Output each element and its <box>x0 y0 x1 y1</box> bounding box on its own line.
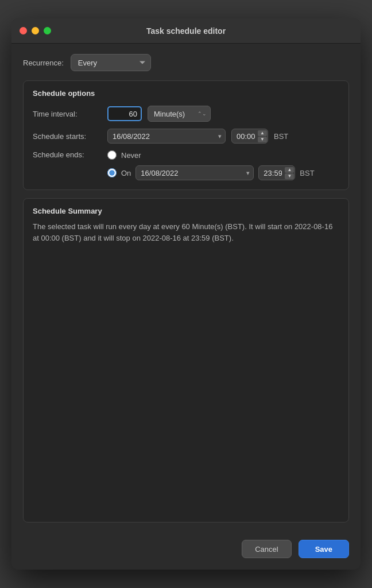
ends-on-label: On <box>121 169 131 177</box>
time-interval-label: Time interval: <box>33 110 102 118</box>
starts-date-input[interactable] <box>107 129 226 144</box>
window-controls <box>20 27 51 34</box>
unit-select-wrapper: Second(s) Minute(s) Hour(s) Day(s) <box>148 106 211 122</box>
schedule-ends-label: Schedule ends: <box>33 150 102 159</box>
close-button[interactable] <box>20 27 27 34</box>
schedule-options-card: Schedule options Time interval: Second(s… <box>23 80 349 190</box>
ends-time-wrapper: ▲ ▼ <box>258 165 295 180</box>
recurrence-label: Recurrence: <box>23 59 64 67</box>
cancel-button[interactable]: Cancel <box>242 540 291 558</box>
ends-time-spinner: ▲ ▼ <box>285 167 294 179</box>
schedule-starts-label: Schedule starts: <box>33 132 102 141</box>
maximize-button[interactable] <box>44 27 51 34</box>
footer: Cancel Save <box>11 532 361 570</box>
schedule-ends-row: Schedule ends: Never On <box>33 150 339 180</box>
main-content: Recurrence: Every Once Daily Weekly Mont… <box>11 44 361 532</box>
ends-time-up[interactable]: ▲ <box>285 167 294 173</box>
schedule-summary-text: The selected task will run every day at … <box>33 221 339 244</box>
ends-options: Never On ▲ ▼ <box>107 150 315 180</box>
minimize-button[interactable] <box>32 27 39 34</box>
recurrence-select-wrapper: Every Once Daily Weekly Monthly <box>71 54 151 71</box>
starts-time-spinner: ▲ ▼ <box>258 130 267 142</box>
starts-date-wrapper <box>107 129 226 144</box>
recurrence-select[interactable]: Every Once Daily Weekly Monthly <box>71 54 151 71</box>
ends-date-input[interactable] <box>135 165 254 180</box>
ends-date-wrapper <box>135 165 254 180</box>
window-title: Task schedule editor <box>146 26 226 36</box>
time-interval-input[interactable] <box>107 106 142 121</box>
schedule-summary-title: Schedule Summary <box>33 207 339 215</box>
time-interval-row: Time interval: Second(s) Minute(s) Hour(… <box>33 106 339 122</box>
schedule-summary-card: Schedule Summary The selected task will … <box>23 198 349 523</box>
ends-on-radio[interactable] <box>107 168 117 177</box>
ends-time-down[interactable]: ▼ <box>285 173 294 179</box>
ends-never-label: Never <box>121 151 141 160</box>
ends-never-radio[interactable] <box>107 150 117 160</box>
recurrence-row: Recurrence: Every Once Daily Weekly Mont… <box>23 54 349 71</box>
titlebar: Task schedule editor <box>11 18 361 44</box>
ends-never-row: Never <box>107 150 315 160</box>
starts-time-wrapper: ▲ ▼ <box>231 129 268 144</box>
save-button[interactable]: Save <box>299 540 349 558</box>
unit-select[interactable]: Second(s) Minute(s) Hour(s) Day(s) <box>148 106 211 122</box>
schedule-options-title: Schedule options <box>33 89 339 98</box>
ends-timezone: BST <box>300 169 314 177</box>
starts-time-down[interactable]: ▼ <box>258 137 267 142</box>
task-schedule-editor-window: Task schedule editor Recurrence: Every O… <box>11 18 361 570</box>
ends-on-row: On ▲ ▼ BST <box>107 165 315 180</box>
starts-time-up[interactable]: ▲ <box>258 130 267 136</box>
starts-timezone: BST <box>274 132 288 141</box>
schedule-starts-row: Schedule starts: ▲ ▼ BST <box>33 129 339 144</box>
